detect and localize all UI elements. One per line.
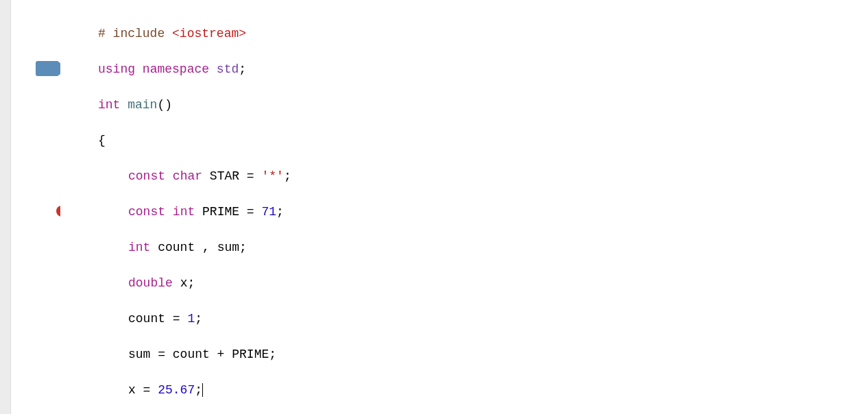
char-literal: '*' xyxy=(261,169,283,183)
statement: sum = count + PRIME; xyxy=(128,348,276,361)
identifier: x = xyxy=(128,383,158,397)
code-line: int main() xyxy=(98,96,868,114)
identifier: count = xyxy=(128,312,187,326)
preprocessor-token: # xyxy=(98,27,113,40)
identifier: std xyxy=(217,62,239,76)
identifier: STAR = xyxy=(210,169,262,183)
gutter[interactable] xyxy=(11,0,60,414)
preprocessor-token: include xyxy=(113,27,172,40)
keyword: int xyxy=(128,241,150,254)
keyword: char xyxy=(173,169,202,183)
text-cursor xyxy=(202,383,203,397)
keyword: int xyxy=(98,98,120,112)
code-line: x = 25.67; xyxy=(98,381,868,399)
number-literal: 71 xyxy=(261,205,276,219)
arrow-body xyxy=(36,61,58,76)
code-line: sum = count + PRIME; xyxy=(98,345,868,363)
error-line-marker[interactable] xyxy=(11,203,60,219)
brace: { xyxy=(98,134,106,147)
code-editor[interactable]: # include <iostream> using namespace std… xyxy=(60,0,868,414)
identifier: PRIME = xyxy=(202,205,261,219)
identifier: count , sum; xyxy=(158,241,247,254)
function-name: main xyxy=(128,98,157,112)
number-literal: 1 xyxy=(187,312,195,326)
keyword: const xyxy=(128,205,165,219)
include-path: <iostream> xyxy=(172,27,246,40)
code-line: { xyxy=(98,132,868,149)
keyword: using xyxy=(98,62,135,76)
code-line: int count , sum; xyxy=(98,239,868,256)
code-line: const int PRIME = 71; xyxy=(98,203,868,221)
keyword: namespace xyxy=(143,62,209,76)
keyword: int xyxy=(173,205,195,219)
code-line: double x; xyxy=(98,274,868,292)
code-line: # include <iostream> xyxy=(98,25,868,42)
code-line: count = 1; xyxy=(98,310,868,328)
code-line: using namespace std; xyxy=(98,60,868,78)
number-literal: 25.67 xyxy=(158,383,195,397)
code-line: const char STAR = '*'; xyxy=(98,167,868,185)
current-line-marker[interactable] xyxy=(11,60,60,77)
keyword: double xyxy=(128,276,173,290)
identifier: x; xyxy=(180,276,195,290)
keyword: const xyxy=(128,169,165,183)
left-margin-stripe xyxy=(0,0,11,414)
